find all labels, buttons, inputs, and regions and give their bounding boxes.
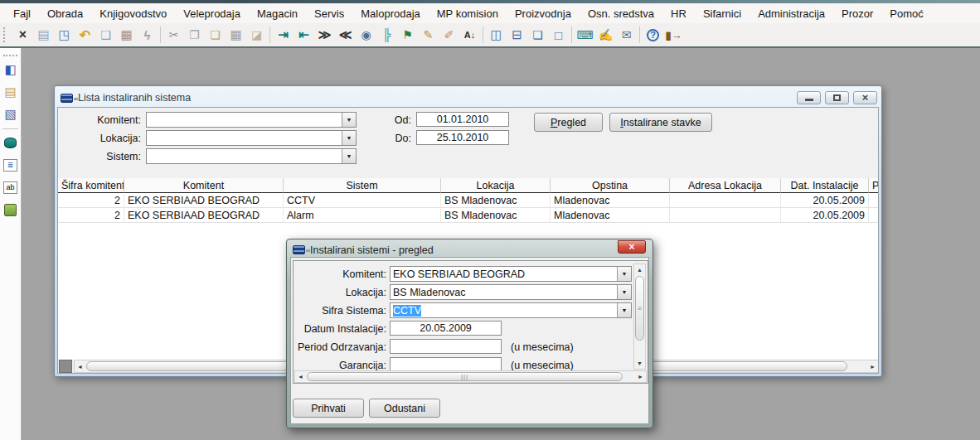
scroll-up-arrow[interactable]: ▲ bbox=[634, 264, 645, 275]
scroll-right-arrow[interactable]: ► bbox=[867, 361, 878, 372]
menu-item-proizvodnja[interactable]: Proizvodnja bbox=[507, 5, 580, 22]
menu-item-sifarnici[interactable]: Sifarnici bbox=[695, 5, 750, 22]
column-header-dat-instalacije[interactable]: Dat. Instalacije bbox=[781, 178, 869, 193]
main-window-titlebar[interactable]: Lista instaliranih sistema × bbox=[57, 89, 879, 107]
menu-item-administracija[interactable]: Administracija bbox=[750, 5, 833, 22]
column-header-sistem[interactable]: Sistem bbox=[284, 178, 441, 193]
paste-icon[interactable]: ❏ bbox=[205, 25, 226, 45]
window-icon[interactable]: □ bbox=[548, 25, 569, 45]
first-record-icon[interactable]: ⇥ bbox=[273, 25, 294, 45]
dialog-close-button[interactable]: × bbox=[618, 240, 646, 254]
sistem-combobox[interactable]: ▼ bbox=[146, 148, 357, 164]
dialog-komitent-combobox[interactable]: EKO SERBIAAD BEOGRAD ▼ bbox=[390, 266, 632, 282]
table-cell[interactable]: BS Mladenovac bbox=[441, 208, 551, 223]
menu-item-fajl[interactable]: Fajl bbox=[5, 5, 39, 22]
tile-vertical-icon[interactable]: ◫ bbox=[486, 25, 507, 45]
undo-icon[interactable]: ↶ bbox=[75, 25, 95, 45]
refresh-icon[interactable]: ϟ bbox=[137, 25, 158, 45]
column-header-lokacija[interactable]: Lokacija bbox=[441, 178, 551, 193]
copy-icon[interactable]: ❐ bbox=[184, 25, 205, 45]
toolbar-grip[interactable] bbox=[3, 27, 8, 42]
close-window-button[interactable]: × bbox=[853, 91, 877, 104]
table-cell[interactable]: EKO SERBIAAD BEOGRAD bbox=[124, 193, 284, 208]
pregled-button[interactable]: Pregled bbox=[534, 113, 603, 132]
menu-item-maloprodaja[interactable]: Maloprodaja bbox=[352, 5, 429, 22]
od-date-input[interactable] bbox=[416, 112, 509, 127]
minimize-button[interactable] bbox=[797, 91, 821, 104]
menu-item-hr[interactable]: HR bbox=[662, 5, 695, 22]
scroll-left-arrow[interactable]: ◄ bbox=[295, 371, 306, 382]
menu-item-mp-komision[interactable]: MP komision bbox=[429, 5, 507, 22]
table-cell[interactable] bbox=[869, 208, 879, 223]
column-header-opstina[interactable]: Opstina bbox=[551, 178, 670, 193]
prihvati-button[interactable]: Prihvati bbox=[293, 399, 364, 418]
chevron-down-icon[interactable]: ▼ bbox=[617, 267, 631, 281]
table-cell[interactable]: 20.05.2009 bbox=[781, 193, 869, 208]
menu-item-magacin[interactable]: Magacin bbox=[249, 5, 306, 22]
chevron-down-icon[interactable]: ▼ bbox=[617, 303, 631, 317]
table-cell[interactable]: 2 bbox=[58, 208, 124, 223]
flag-icon[interactable]: ⚑ bbox=[397, 25, 418, 45]
column-header-p[interactable]: P bbox=[869, 178, 879, 193]
scroll-right-arrow[interactable]: ► bbox=[635, 371, 646, 382]
column-header-komitent[interactable]: Komitent bbox=[124, 178, 284, 193]
vertical-scrollbar[interactable]: ▲ ≡ ▼ bbox=[633, 264, 646, 370]
lokacija-combobox[interactable]: ▼ bbox=[146, 130, 357, 146]
module-icon[interactable]: ◧ bbox=[0, 60, 21, 79]
menu-item-pomoc[interactable]: Pomoć bbox=[881, 5, 931, 22]
note-icon[interactable]: ✍ bbox=[595, 25, 616, 45]
sort-az-icon[interactable]: A↓ bbox=[459, 25, 480, 45]
chevron-down-icon[interactable]: ▼ bbox=[342, 149, 356, 163]
close-icon[interactable]: × bbox=[12, 25, 33, 45]
sidebar-grip[interactable] bbox=[3, 50, 17, 56]
table-cell[interactable]: BS Mladenovac bbox=[441, 193, 551, 208]
dialog-datum-input[interactable] bbox=[390, 321, 502, 336]
chevron-down-icon[interactable]: ▼ bbox=[342, 131, 356, 145]
table-cell[interactable]: 2 bbox=[58, 193, 124, 208]
scroll-icon[interactable]: ▤ bbox=[0, 83, 21, 101]
chevron-down-icon[interactable]: ▼ bbox=[342, 113, 356, 127]
scroll-left-arrow[interactable]: ◄ bbox=[75, 361, 85, 372]
save-icon[interactable]: ▤ bbox=[33, 25, 54, 45]
menu-item-knjigovodstvo[interactable]: Knjigovodstvo bbox=[91, 5, 175, 22]
prev-page-icon[interactable]: ≪ bbox=[335, 25, 356, 45]
brush-icon[interactable]: ✐ bbox=[439, 25, 459, 45]
last-record-icon[interactable]: ⇤ bbox=[294, 25, 314, 45]
dialog-sifra-sistema-combobox[interactable]: CCTV ▼ bbox=[390, 302, 632, 318]
table-cell[interactable] bbox=[869, 193, 879, 208]
tile-horizontal-icon[interactable]: ⊟ bbox=[507, 25, 527, 45]
notebook-icon[interactable] bbox=[0, 201, 21, 219]
pen-icon[interactable]: ✎ bbox=[418, 25, 439, 45]
odustani-button[interactable]: Odustani bbox=[369, 399, 440, 418]
list-icon[interactable]: ≣ bbox=[0, 156, 21, 174]
help-icon[interactable]: ? bbox=[643, 25, 663, 45]
find-icon[interactable]: ◉ bbox=[356, 25, 376, 45]
table-cell[interactable] bbox=[670, 193, 781, 208]
do-date-input[interactable] bbox=[416, 130, 509, 145]
table-cell[interactable]: Alarm bbox=[284, 208, 441, 223]
textbox-icon[interactable]: ab bbox=[0, 178, 21, 196]
menu-item-obrada[interactable]: Obrada bbox=[39, 5, 91, 22]
menu-item-servis[interactable]: Servis bbox=[306, 5, 352, 22]
eraser-icon[interactable]: ◪ bbox=[246, 25, 267, 45]
komitent-combobox[interactable]: ▼ bbox=[146, 112, 357, 128]
exit-icon[interactable]: ▮→ bbox=[663, 25, 684, 45]
column-header-sifra-komitenta[interactable]: Šifra komitenta bbox=[58, 178, 124, 193]
menu-item-osn-sredstva[interactable]: Osn. sredstva bbox=[580, 5, 662, 22]
scrollbar-corner-box[interactable] bbox=[59, 360, 72, 373]
tree-icon[interactable]: ╠ bbox=[376, 25, 397, 45]
database-icon[interactable] bbox=[0, 133, 21, 152]
book-icon[interactable]: ▧ bbox=[0, 105, 21, 123]
table-cell[interactable]: 20.05.2009 bbox=[781, 208, 869, 223]
dialog-lokacija-combobox[interactable]: BS Mladenovac ▼ bbox=[390, 284, 632, 300]
next-page-icon[interactable]: ≫ bbox=[314, 25, 335, 45]
table-cell[interactable] bbox=[670, 208, 781, 223]
table-cell[interactable]: Mladenovac bbox=[551, 193, 670, 208]
table-cell[interactable]: Mladenovac bbox=[551, 208, 670, 223]
menu-item-veleprodaja[interactable]: Veleprodaja bbox=[175, 5, 249, 22]
cut-icon[interactable]: ✂ bbox=[163, 25, 184, 45]
table-cell[interactable]: EKO SERBIAAD BEOGRAD bbox=[124, 208, 284, 223]
print-icon[interactable]: ❑ bbox=[95, 25, 116, 45]
calculator-icon[interactable]: ⌨ bbox=[575, 25, 595, 45]
dialog-period-input[interactable] bbox=[390, 339, 502, 354]
